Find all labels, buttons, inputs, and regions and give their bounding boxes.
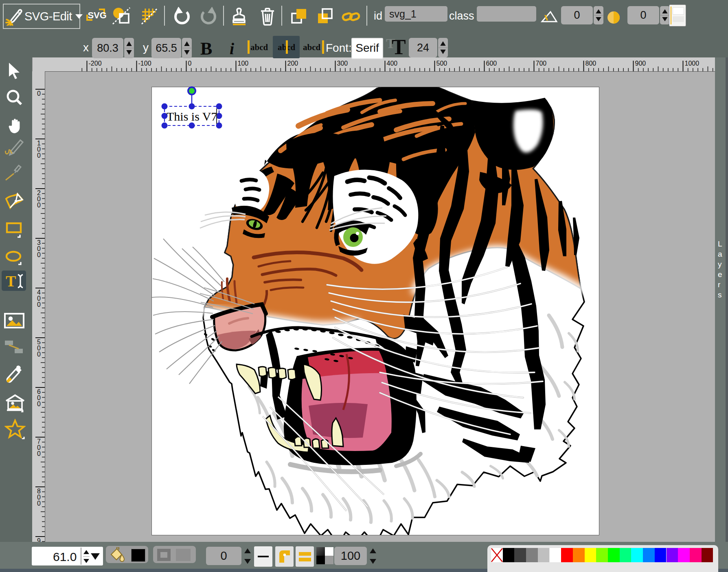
svg-text:500: 500 xyxy=(436,60,447,67)
svg-text:0: 0 xyxy=(37,152,41,159)
svg-text:-100: -100 xyxy=(138,60,151,67)
svg-text:0: 0 xyxy=(37,202,41,209)
svg-text:0: 0 xyxy=(37,301,41,308)
svg-text:0: 0 xyxy=(37,450,41,457)
svg-text:SVG: SVG xyxy=(88,10,106,20)
svg-text:0: 0 xyxy=(37,90,41,97)
svg-text:0: 0 xyxy=(37,400,41,407)
svg-text:300: 300 xyxy=(337,60,348,67)
svg-text:0: 0 xyxy=(37,500,41,507)
svg-text:800: 800 xyxy=(585,60,596,67)
svg-text:700: 700 xyxy=(536,60,547,67)
svg-text:100: 100 xyxy=(238,60,249,67)
svg-text:9: 9 xyxy=(37,537,41,542)
svg-text:1000: 1000 xyxy=(685,60,699,67)
svg-text:0: 0 xyxy=(37,251,41,258)
svg-text:0: 0 xyxy=(37,351,41,358)
svg-text:600: 600 xyxy=(486,60,497,67)
svg-text:900: 900 xyxy=(635,60,646,67)
svg-text:-200: -200 xyxy=(89,60,102,67)
svg-text:0: 0 xyxy=(188,60,192,67)
svg-text:400: 400 xyxy=(387,60,398,67)
svg-text:200: 200 xyxy=(287,60,298,67)
